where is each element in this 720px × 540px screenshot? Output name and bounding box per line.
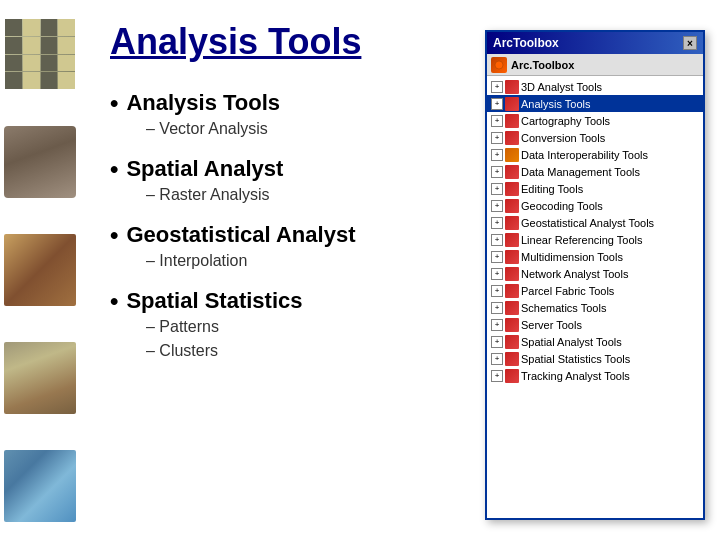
svg-point-0 <box>495 61 503 69</box>
bullet-item-2: Spatial Analyst – Raster Analysis <box>110 149 530 207</box>
expand-icon-13[interactable]: + <box>491 302 503 314</box>
expand-icon-4[interactable]: + <box>491 149 503 161</box>
tool-icon-6 <box>505 182 519 196</box>
toolbox-address-text: Arc.Toolbox <box>511 59 574 71</box>
toolbox-item-7[interactable]: +Geocoding Tools <box>487 197 703 214</box>
page-title: Analysis Tools <box>110 20 530 63</box>
toolbox-item-8[interactable]: +Geostatistical Analyst Tools <box>487 214 703 231</box>
toolbox-arc-icon <box>491 57 507 73</box>
thumb-2 <box>0 108 80 216</box>
toolbox-item-2[interactable]: +Cartography Tools <box>487 112 703 129</box>
toolbox-item-1[interactable]: +Analysis Tools <box>487 95 703 112</box>
expand-icon-2[interactable]: + <box>491 115 503 127</box>
tool-icon-12 <box>505 284 519 298</box>
sub-item-4-1: – Patterns <box>146 315 530 339</box>
tool-icon-8 <box>505 216 519 230</box>
sub-item-1-1: – Vector Analysis <box>146 117 530 141</box>
expand-icon-0[interactable]: + <box>491 81 503 93</box>
toolbox-item-label-15: Spatial Analyst Tools <box>521 336 622 348</box>
tool-icon-9 <box>505 233 519 247</box>
bullet-heading-1: Analysis Tools <box>110 89 530 117</box>
expand-icon-10[interactable]: + <box>491 251 503 263</box>
toolbox-item-label-9: Linear Referencing Tools <box>521 234 642 246</box>
expand-icon-5[interactable]: + <box>491 166 503 178</box>
toolbox-item-6[interactable]: +Editing Tools <box>487 180 703 197</box>
thumb-5 <box>0 432 80 540</box>
expand-icon-14[interactable]: + <box>491 319 503 331</box>
tool-icon-13 <box>505 301 519 315</box>
tool-icon-10 <box>505 250 519 264</box>
bullet-heading-3: Geostatistical Analyst <box>110 221 530 249</box>
toolbox-close-button[interactable]: × <box>683 36 697 50</box>
toolbox-item-14[interactable]: +Server Tools <box>487 316 703 333</box>
expand-icon-16[interactable]: + <box>491 353 503 365</box>
expand-icon-7[interactable]: + <box>491 200 503 212</box>
tool-icon-14 <box>505 318 519 332</box>
toolbox-item-10[interactable]: +Multidimension Tools <box>487 248 703 265</box>
tool-icon-4 <box>505 148 519 162</box>
expand-icon-6[interactable]: + <box>491 183 503 195</box>
toolbox-item-label-11: Network Analyst Tools <box>521 268 628 280</box>
tool-icon-3 <box>505 131 519 145</box>
toolbox-item-9[interactable]: +Linear Referencing Tools <box>487 231 703 248</box>
toolbox-item-12[interactable]: +Parcel Fabric Tools <box>487 282 703 299</box>
content-list: Analysis Tools – Vector Analysis Spatial… <box>110 83 530 520</box>
expand-icon-9[interactable]: + <box>491 234 503 246</box>
sub-item-2-1: – Raster Analysis <box>146 183 530 207</box>
thumbnail-column <box>0 0 80 540</box>
toolbox-title: ArcToolbox <box>493 36 559 50</box>
toolbox-item-16[interactable]: +Spatial Statistics Tools <box>487 350 703 367</box>
toolbox-item-label-4: Data Interoperability Tools <box>521 149 648 161</box>
expand-icon-1[interactable]: + <box>491 98 503 110</box>
toolbox-item-15[interactable]: +Spatial Analyst Tools <box>487 333 703 350</box>
tool-icon-17 <box>505 369 519 383</box>
toolbox-item-label-8: Geostatistical Analyst Tools <box>521 217 654 229</box>
toolbox-item-17[interactable]: +Tracking Analyst Tools <box>487 367 703 384</box>
toolbox-item-0[interactable]: +3D Analyst Tools <box>487 78 703 95</box>
toolbox-item-label-1: Analysis Tools <box>521 98 591 110</box>
toolbox-item-label-7: Geocoding Tools <box>521 200 603 212</box>
sub-item-4-2: – Clusters <box>146 339 530 363</box>
tool-icon-5 <box>505 165 519 179</box>
expand-icon-17[interactable]: + <box>491 370 503 382</box>
tool-icon-0 <box>505 80 519 94</box>
bullet-heading-4: Spatial Statistics <box>110 287 530 315</box>
toolbox-item-label-5: Data Management Tools <box>521 166 640 178</box>
tool-icon-1 <box>505 97 519 111</box>
expand-icon-8[interactable]: + <box>491 217 503 229</box>
expand-icon-15[interactable]: + <box>491 336 503 348</box>
bullet-item-3: Geostatistical Analyst – Interpolation <box>110 215 530 273</box>
toolbox-item-5[interactable]: +Data Management Tools <box>487 163 703 180</box>
thumb-4 <box>0 324 80 432</box>
tool-icon-15 <box>505 335 519 349</box>
expand-icon-3[interactable]: + <box>491 132 503 144</box>
tool-icon-7 <box>505 199 519 213</box>
thumb-stone-image <box>4 126 76 198</box>
bullet-heading-2: Spatial Analyst <box>110 155 530 183</box>
toolbox-item-label-3: Conversion Tools <box>521 132 605 144</box>
sub-item-3-1: – Interpolation <box>146 249 530 273</box>
toolbox-item-11[interactable]: +Network Analyst Tools <box>487 265 703 282</box>
toolbox-item-label-12: Parcel Fabric Tools <box>521 285 614 297</box>
toolbox-item-3[interactable]: +Conversion Tools <box>487 129 703 146</box>
thumb-grid-image <box>5 19 75 89</box>
thumb-1 <box>0 0 80 108</box>
toolbox-content[interactable]: +3D Analyst Tools+Analysis Tools+Cartogr… <box>487 76 703 518</box>
thumb-terrain-image <box>4 342 76 414</box>
thumb-3 <box>0 216 80 324</box>
toolbox-item-label-6: Editing Tools <box>521 183 583 195</box>
toolbox-item-label-16: Spatial Statistics Tools <box>521 353 630 365</box>
toolbox-item-13[interactable]: +Schematics Tools <box>487 299 703 316</box>
tool-icon-16 <box>505 352 519 366</box>
thumb-map-image <box>4 450 76 522</box>
toolbox-item-label-17: Tracking Analyst Tools <box>521 370 630 382</box>
tool-icon-11 <box>505 267 519 281</box>
tool-icon-2 <box>505 114 519 128</box>
expand-icon-11[interactable]: + <box>491 268 503 280</box>
toolbox-item-label-13: Schematics Tools <box>521 302 606 314</box>
expand-icon-12[interactable]: + <box>491 285 503 297</box>
toolbox-titlebar: ArcToolbox × <box>487 32 703 54</box>
bullet-item-1: Analysis Tools – Vector Analysis <box>110 83 530 141</box>
toolbox-item-4[interactable]: +Data Interoperability Tools <box>487 146 703 163</box>
toolbox-item-label-2: Cartography Tools <box>521 115 610 127</box>
